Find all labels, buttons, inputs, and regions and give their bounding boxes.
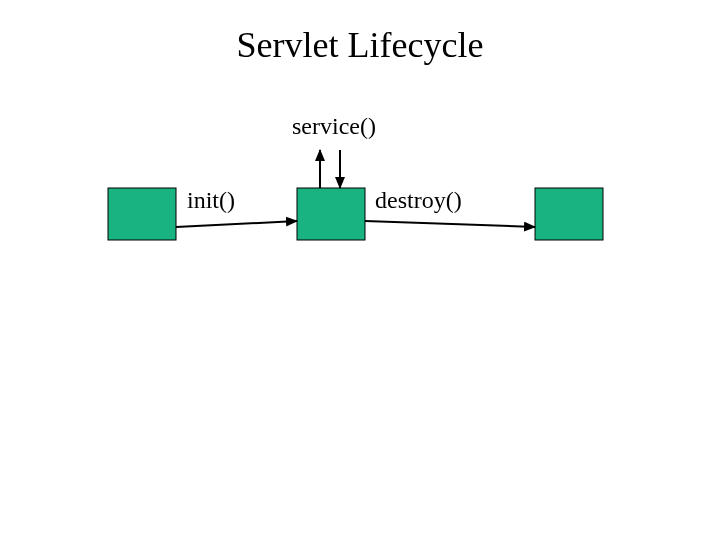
diagram-svg <box>0 0 720 540</box>
box-left <box>108 188 176 240</box>
arrow-init <box>176 221 297 227</box>
box-right <box>535 188 603 240</box>
arrow-destroy <box>365 221 535 227</box>
box-mid <box>297 188 365 240</box>
diagram-stage: Servlet Lifecycle service() init() destr… <box>0 0 720 540</box>
